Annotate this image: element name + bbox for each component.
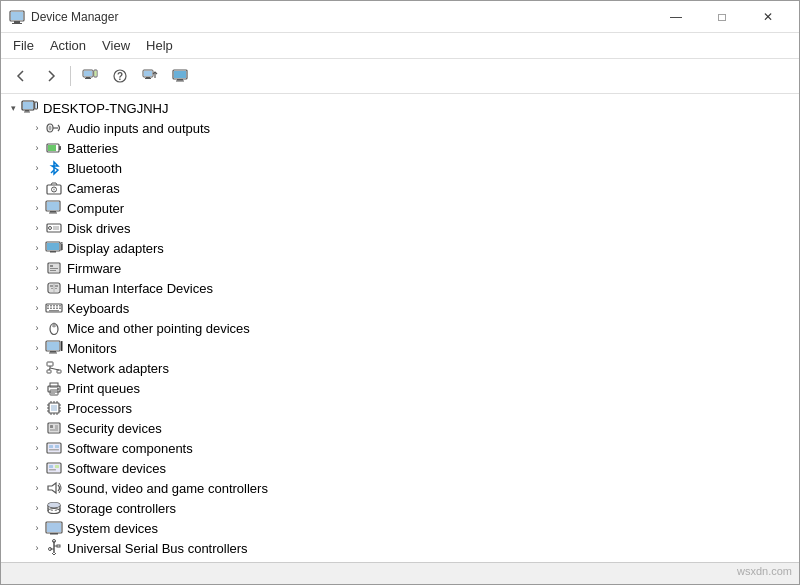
storage-icon [45,499,63,517]
hid-label: Human Interface Devices [67,281,213,296]
minimize-button[interactable]: — [653,2,699,32]
tree-item-audio[interactable]: › Audio inputs and outputs [1,118,799,138]
svg-rect-95 [51,405,57,411]
svg-rect-78 [47,342,59,350]
svg-rect-7 [85,78,91,79]
svg-rect-137 [57,545,60,547]
svg-rect-38 [47,202,59,210]
display-label: Display adapters [67,241,164,256]
tree-item-bluetooth[interactable]: › Bluetooth [1,158,799,178]
software-devices-icon [45,459,63,477]
svg-rect-66 [59,305,61,307]
svg-point-28 [49,126,52,131]
hid-expand-icon: › [29,280,45,296]
usb-icon [45,539,63,557]
tree-item-storage[interactable]: › Storage controllers [1,498,799,518]
svg-rect-39 [50,211,56,213]
svg-rect-117 [55,445,59,448]
tree-item-processors[interactable]: › Proces [1,398,799,418]
battery-icon [45,139,63,157]
bluetooth-icon [45,159,63,177]
svg-rect-31 [59,146,61,150]
svg-rect-26 [36,103,38,108]
svg-rect-91 [51,391,57,392]
tree-item-mice[interactable]: › Mice and other pointing devices [1,318,799,338]
usb-expand-icon: › [29,540,45,556]
audio-expand-icon: › [29,120,45,136]
svg-point-76 [53,324,54,325]
tree-item-hid[interactable]: › Human Interface Devices [1,278,799,298]
tree-item-software-devices[interactable]: › Software devices [1,458,799,478]
tree-item-batteries[interactable]: › Batteries [1,138,799,158]
mice-expand-icon: › [29,320,45,336]
svg-rect-71 [59,308,61,310]
root-label: DESKTOP-TNGJNHJ [43,101,168,116]
svg-rect-5 [84,71,92,76]
sound-expand-icon: › [29,480,45,496]
batteries-expand-icon: › [29,140,45,156]
cameras-expand-icon: › [29,180,45,196]
help-button[interactable]: ? [106,63,134,89]
tree-item-network[interactable]: › Network adapters [1,358,799,378]
svg-point-42 [49,227,52,230]
audio-label: Audio inputs and outputs [67,121,210,136]
monitor-btn[interactable] [166,63,194,89]
svg-rect-6 [86,77,90,78]
tree-item-display[interactable]: › Display adapters [1,238,799,258]
security-label: Security devices [67,421,162,436]
tree-item-software-components[interactable]: › Software components [1,438,799,458]
cameras-label: Cameras [67,181,120,196]
title-icon [9,9,25,25]
processor-icon [45,399,63,417]
svg-rect-62 [47,305,49,307]
tree-item-print[interactable]: › Print queues [1,378,799,398]
batteries-label: Batteries [67,141,118,156]
computer-expand-icon: › [29,200,45,216]
tree-item-system[interactable]: › System devices [1,518,799,538]
tree-item-disk[interactable]: › Disk drives [1,218,799,238]
menu-bar: File Action View Help [1,33,799,59]
processors-label: Processors [67,401,132,416]
close-button[interactable]: ✕ [745,2,791,32]
maximize-button[interactable]: □ [699,2,745,32]
sound-icon [45,479,63,497]
back-icon [13,68,29,84]
tree-item-security[interactable]: › Security devices [1,418,799,438]
tree-item-usb[interactable]: › Universal Serial Bus controllers [1,538,799,558]
menu-view[interactable]: View [94,35,138,56]
tree-item-keyboards[interactable]: › Keyboards [1,298,799,318]
back-button[interactable] [7,63,35,89]
disk-expand-icon: › [29,220,45,236]
svg-rect-47 [50,251,56,253]
device-manager-window: Device Manager — □ ✕ File Action View He… [0,0,800,585]
forward-button[interactable] [37,63,65,89]
security-expand-icon: › [29,420,45,436]
tree-item-monitors[interactable]: › Monitors [1,338,799,358]
device-manager-btn[interactable] [76,63,104,89]
tree-item-sound[interactable]: › Sound, video and game controllers [1,478,799,498]
svg-rect-40 [49,213,57,214]
security-icon [45,419,63,437]
svg-point-131 [48,503,60,508]
tree-item-firmware[interactable]: › Firmware [1,258,799,278]
svg-text:?: ? [117,71,123,82]
device-manager-icon [82,68,98,84]
tree-root-item[interactable]: ▾ DESKTOP-TNGJNHJ [1,98,799,118]
svg-marker-124 [48,483,56,493]
svg-rect-69 [53,308,55,310]
svg-rect-41 [47,224,61,232]
update-btn[interactable] [136,63,164,89]
title-bar-left: Device Manager [9,9,118,25]
network-label: Network adapters [67,361,169,376]
svg-rect-134 [50,533,58,535]
firmware-expand-icon: › [29,260,45,276]
menu-action[interactable]: Action [42,35,94,56]
menu-help[interactable]: Help [138,35,181,56]
menu-file[interactable]: File [5,35,42,56]
update-icon [142,68,158,84]
svg-rect-70 [56,308,58,310]
svg-rect-46 [47,243,59,250]
tree-item-computer[interactable]: › Computer [1,198,799,218]
svg-rect-67 [47,308,49,310]
tree-item-cameras[interactable]: › Cameras [1,178,799,198]
